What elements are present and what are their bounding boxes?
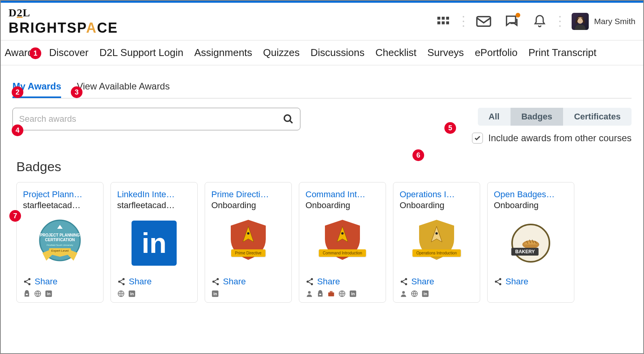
share-label: Share bbox=[129, 277, 152, 287]
include-checkbox[interactable] bbox=[472, 133, 483, 144]
apps-grid-icon[interactable] bbox=[435, 13, 452, 30]
svg-point-21 bbox=[123, 278, 125, 280]
badge-ribbon: Operations Introduction bbox=[412, 249, 461, 257]
nav-discover[interactable]: Discover bbox=[49, 47, 88, 59]
nav-assignments[interactable]: Assignments bbox=[194, 47, 252, 59]
share-button[interactable]: Share bbox=[211, 277, 285, 287]
badge-subtitle: starfleetacad… bbox=[23, 200, 97, 210]
svg-point-27 bbox=[247, 232, 249, 235]
svg-point-14 bbox=[28, 278, 31, 280]
backpack-icon[interactable] bbox=[316, 290, 324, 298]
badge-title-link[interactable]: Open Badges… bbox=[494, 189, 568, 200]
nav-support-login[interactable]: D2L Support Login bbox=[99, 47, 183, 59]
badge-card: Open Badges… Onboarding BAKERY Shar bbox=[487, 182, 574, 303]
globe-icon[interactable] bbox=[34, 290, 42, 298]
user-menu[interactable]: Mary Smith bbox=[572, 13, 635, 30]
badge-subtitle: Onboarding bbox=[494, 200, 568, 210]
svg-point-54 bbox=[495, 280, 497, 283]
tab-available-awards[interactable]: View Available Awards bbox=[77, 76, 170, 98]
badge-image: PROJECT PLANNING CERTIFICATION Firstfiel… bbox=[23, 214, 97, 272]
badge-title-link[interactable]: Prime Directi… bbox=[211, 189, 285, 200]
header-right: Mary Smith bbox=[435, 13, 635, 30]
svg-point-45 bbox=[405, 278, 407, 280]
filter-all[interactable]: All bbox=[478, 108, 511, 126]
share-label: Share bbox=[411, 277, 434, 287]
badge-image: BAKERY bbox=[494, 214, 568, 272]
logo[interactable]: D2L BRIGHTSPACE bbox=[9, 7, 118, 36]
share-button[interactable]: Share bbox=[494, 277, 568, 287]
person-icon[interactable] bbox=[305, 290, 313, 298]
share-button[interactable]: Share bbox=[305, 277, 379, 287]
briefcase-icon[interactable] bbox=[327, 290, 335, 298]
linkedin-icon[interactable]: in bbox=[211, 290, 219, 298]
svg-rect-5 bbox=[446, 21, 449, 25]
nav-bar: Awards Discover D2L Support Login Assign… bbox=[1, 40, 643, 65]
badge-ribbon: Command Introduction bbox=[319, 249, 366, 257]
annotation-7: 7 bbox=[9, 210, 21, 222]
nav-eportfolio[interactable]: ePortfolio bbox=[475, 47, 518, 59]
badge-title-link[interactable]: Command Int… bbox=[305, 189, 379, 200]
share-label: Share bbox=[35, 277, 58, 287]
svg-text:Firstfield South University: Firstfield South University bbox=[47, 244, 73, 246]
search-input[interactable] bbox=[19, 114, 283, 124]
badge-card: Project Plann… starfleetacad… PROJECT PL… bbox=[16, 182, 104, 303]
svg-text:in: in bbox=[130, 291, 134, 296]
nav-surveys[interactable]: Surveys bbox=[427, 47, 464, 59]
include-label: Include awards from other courses bbox=[488, 133, 632, 144]
badge-image: Prime Directive bbox=[211, 214, 285, 272]
controls-row: All Badges Certificates Include awards f… bbox=[12, 108, 632, 144]
filter-badges[interactable]: Badges bbox=[511, 108, 563, 126]
badge-image: in bbox=[117, 214, 191, 272]
filter-certificates[interactable]: Certificates bbox=[563, 108, 632, 126]
share-icon bbox=[23, 277, 32, 286]
linkedin-icon[interactable]: in bbox=[128, 290, 136, 298]
svg-point-15 bbox=[24, 280, 26, 283]
share-icon bbox=[117, 277, 126, 286]
tabs: My Awards View Available Awards bbox=[12, 76, 632, 98]
search-box[interactable] bbox=[12, 108, 300, 130]
svg-point-35 bbox=[307, 280, 309, 283]
svg-point-33 bbox=[341, 232, 344, 235]
globe-icon[interactable] bbox=[411, 290, 418, 298]
globe-icon[interactable] bbox=[338, 290, 346, 298]
avatar bbox=[572, 13, 589, 30]
segmented-filter: All Badges Certificates bbox=[478, 108, 632, 126]
share-button[interactable]: Share bbox=[400, 277, 474, 287]
mail-icon[interactable] bbox=[475, 13, 492, 30]
share-label: Share bbox=[505, 277, 528, 287]
annotation-5: 5 bbox=[444, 122, 456, 134]
nav-print-transcript[interactable]: Print Transcript bbox=[528, 47, 597, 59]
annotation-1: 1 bbox=[30, 47, 41, 59]
badge-title-link[interactable]: Project Plann… bbox=[23, 189, 97, 200]
svg-text:PROJECT PLANNING: PROJECT PLANNING bbox=[40, 233, 80, 237]
chat-icon[interactable] bbox=[503, 13, 520, 30]
badge-title-link[interactable]: LinkedIn Inte… bbox=[117, 189, 191, 200]
linkedin-icon[interactable]: in bbox=[45, 290, 53, 298]
backpack-icon[interactable] bbox=[23, 290, 31, 298]
annotation-4: 4 bbox=[12, 124, 23, 136]
bell-icon[interactable] bbox=[531, 13, 548, 30]
nav-quizzes[interactable]: Quizzes bbox=[263, 47, 300, 59]
svg-text:in: in bbox=[213, 291, 217, 296]
include-other-courses: Include awards from other courses bbox=[472, 133, 632, 144]
svg-point-34 bbox=[311, 278, 313, 280]
svg-point-53 bbox=[499, 278, 502, 280]
badge-card: Operations I… Onboarding Operations Intr… bbox=[393, 182, 480, 303]
search-icon[interactable] bbox=[283, 114, 294, 124]
share-targets: in bbox=[400, 290, 474, 298]
svg-text:in: in bbox=[47, 291, 51, 296]
share-targets: in bbox=[23, 290, 97, 298]
share-button[interactable]: Share bbox=[23, 277, 97, 287]
badge-card: Command Int… Onboarding Command Introduc… bbox=[299, 182, 386, 303]
linkedin-icon[interactable]: in bbox=[349, 290, 357, 298]
nav-checklist[interactable]: Checklist bbox=[376, 47, 416, 59]
linkedin-icon[interactable]: in bbox=[421, 290, 429, 298]
svg-point-28 bbox=[217, 278, 219, 280]
badge-title-link[interactable]: Operations I… bbox=[400, 189, 474, 200]
globe-icon[interactable] bbox=[117, 290, 125, 298]
svg-point-23 bbox=[123, 283, 125, 286]
svg-point-7 bbox=[577, 17, 583, 24]
person-icon[interactable] bbox=[400, 290, 407, 298]
share-button[interactable]: Share bbox=[117, 277, 191, 287]
nav-discussions[interactable]: Discussions bbox=[311, 47, 365, 59]
